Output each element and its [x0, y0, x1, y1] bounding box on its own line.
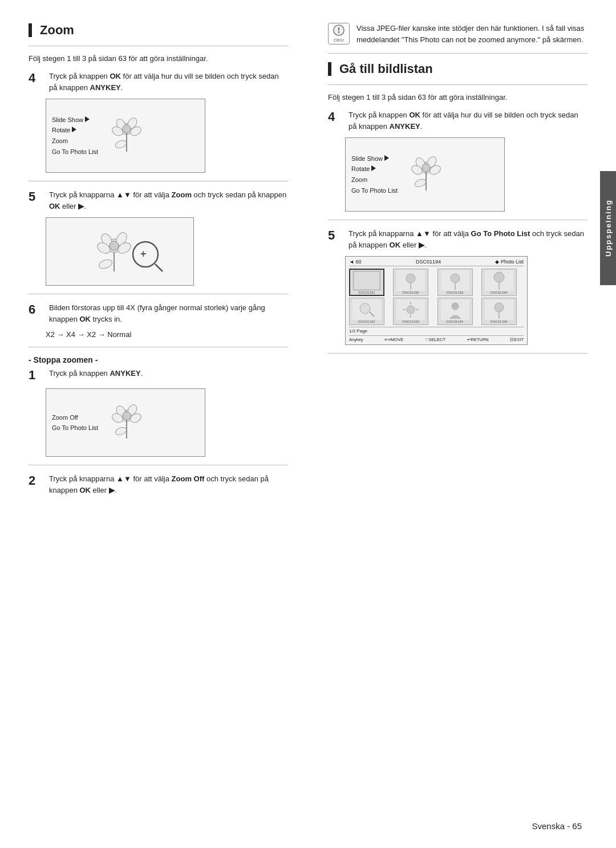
right-column: OBS! Vissa JPEG-filer kanske inte stödje… [322, 23, 587, 501]
sidebar-tab: Uppspelning [600, 171, 616, 285]
divider-r1 [328, 53, 587, 54]
svg-point-58 [495, 303, 504, 312]
svg-point-34 [414, 178, 427, 188]
svg-point-24 [123, 412, 131, 420]
svg-point-47 [360, 303, 370, 314]
step-4-left: 4 Tryck på knappen OK för att välja hur … [29, 71, 288, 93]
step-5-left: 5 Tryck på knapparna ▲▼ för att välja Zo… [29, 189, 288, 212]
step-5-text: Tryck på knapparna ▲▼ för att välja Zoom… [49, 189, 288, 212]
title-bar [29, 23, 32, 37]
photo-list-cam: DSC01194 [416, 259, 441, 265]
divider-1 [29, 46, 288, 46]
svg-point-56 [452, 303, 459, 310]
step-number-4-r: 4 [328, 109, 345, 124]
flower-image-stoppa [104, 400, 149, 445]
main-content: Zoom Följ stegen 1 till 3 på sidan 63 fö… [29, 23, 587, 501]
svg-point-26 [115, 426, 128, 436]
step-number-2-stoppa: 2 [29, 473, 46, 488]
stoppa-title: - Stoppa zoomen - [29, 355, 288, 364]
photo-list-nav-left: ◄ 60 [349, 259, 361, 265]
svg-point-38 [406, 274, 415, 283]
photo-thumb-7: DSC01194 [437, 298, 473, 325]
menu-item-zoom-1: Zoom [52, 136, 98, 147]
menu-list-2: Slide Show Rotate Zoom Go To Photo List [351, 153, 398, 196]
bildlistan-intro: Följ stegen 1 till 3 på sidan 63 för att… [328, 93, 587, 102]
svg-point-32 [422, 164, 430, 172]
zoom-title-text: Zoom [40, 23, 74, 38]
zoom-intro: Följ stegen 1 till 3 på sidan 63 för att… [29, 54, 288, 63]
control-return: ↩RETURN [467, 337, 489, 342]
note-box: OBS! Vissa JPEG-filer kanske inte stödje… [328, 23, 587, 45]
photo-grid: DSC01191 DSC01192 [349, 269, 524, 325]
step-2-stoppa-text: Tryck på knapparna ▲▼ för att välja Zoom… [49, 473, 288, 496]
menu-item-slideshow-1: Slide Show [52, 115, 98, 125]
svg-point-15 [98, 258, 113, 270]
photo-thumb-3: DSC01193 [437, 269, 473, 296]
footer-text: Svenska - 65 [532, 821, 582, 831]
divider-3 [29, 294, 288, 294]
svg-point-41 [451, 274, 460, 283]
title-bar-r [328, 62, 331, 76]
divider-r2 [328, 84, 587, 85]
divider-4 [29, 347, 288, 347]
menu-item-rotate-1: Rotate [52, 125, 98, 136]
photo-thumb-8: DSC01193 [481, 298, 517, 325]
step-number-4: 4 [29, 71, 46, 86]
obs-label: OBS! [333, 37, 344, 44]
menu-item-gotophoto-1: Go To Photo List [52, 147, 98, 157]
svg-point-50 [407, 306, 415, 314]
photo-thumb-6: DSC01193 [393, 298, 428, 325]
photo-thumb-5: DSC01192 [349, 298, 384, 325]
bildlistan-title-text: Gå till bildlistan [339, 62, 433, 76]
bildlistan-title: Gå till bildlistan [328, 62, 587, 76]
photo-thumb-4: DSC01194 [481, 269, 517, 296]
step-number-5: 5 [29, 189, 46, 204]
left-column: Zoom Följ stegen 1 till 3 på sidan 63 fö… [29, 23, 299, 501]
svg-line-17 [155, 264, 163, 271]
flower-image-1 [104, 113, 149, 159]
step-5-right-text: Tryck på knapparna ▲▼ för att välja Go T… [348, 228, 587, 250]
step-2-stoppa: 2 Tryck på knapparna ▲▼ för att välja Zo… [29, 473, 288, 496]
divider-r3 [328, 220, 587, 220]
svg-rect-36 [354, 271, 380, 290]
menu-list-1: Slide Show Rotate Zoom Go To Photo List [52, 115, 98, 157]
step-4-right-text: Tryck på knappen OK för att välja hur du… [348, 109, 587, 132]
step-6-text: Bilden förstoras upp till 4X (fyra gånge… [49, 302, 288, 324]
flower-image-2 [403, 152, 449, 197]
zoom-sequence: X2 → X4 → X2 → Normal [46, 330, 288, 339]
menu-item-zoom-2: Zoom [351, 175, 398, 185]
divider-5 [29, 465, 288, 465]
control-select: ☞SELECT [425, 337, 445, 342]
step-number-1-stoppa: 1 [29, 368, 46, 383]
step-number-6: 6 [29, 302, 46, 317]
step-4-text: Tryck på knappen OK för att välja hur du… [49, 71, 288, 93]
divider-r4 [328, 353, 587, 354]
photo-thumb-2: DSC01192 [393, 269, 428, 296]
obs-icon: OBS! [328, 23, 350, 44]
menu-item-zoomoff: Zoom Off [52, 412, 98, 423]
menu-item-gotophoto-2: Go To Photo List [351, 185, 398, 196]
screen-menu-2: Slide Show Rotate Zoom Go To Photo List [345, 137, 505, 212]
menu-item-gotophoto-stoppa: Go To Photo List [52, 423, 98, 433]
menu-item-rotate-2: Rotate [351, 164, 398, 175]
sidebar-label: Uppspelning [604, 200, 613, 257]
photo-list-title: ◆ Photo List [495, 259, 524, 265]
svg-text:+: + [140, 248, 147, 259]
menu-list-stoppa: Zoom Off Go To Photo List [52, 412, 98, 433]
step-4-right: 4 Tryck på knappen OK för att välja hur … [328, 109, 587, 132]
step-1-stoppa-text: Tryck på knappen ANYKEY. [49, 368, 143, 379]
page: Zoom Följ stegen 1 till 3 på sidan 63 fö… [0, 0, 616, 848]
photo-list-screen: ◄ 60 DSC01194 ◆ Photo List DSC01191 [345, 256, 528, 345]
step-1-stoppa: 1 Tryck på knappen ANYKEY. [29, 368, 288, 383]
divider-2 [29, 181, 288, 181]
photo-list-controls: Anykey ⟺MOVE ☞SELECT ↩RETURN ⊡EXIT [349, 335, 524, 342]
screen-zoom-flower: + [46, 217, 194, 286]
zoom-flower-svg: + [63, 223, 177, 280]
step-6-left: 6 Bilden förstoras upp till 4X (fyra gån… [29, 302, 288, 324]
zoom-title: Zoom [29, 23, 288, 38]
note-text: Vissa JPEG-filer kanske inte stödjer den… [356, 23, 587, 45]
menu-item-slideshow-2: Slide Show [351, 153, 398, 164]
photo-thumb-1: DSC01191 [349, 269, 384, 296]
control-move: ⟺MOVE [384, 337, 403, 342]
photo-list-footer: 1/2 Page [349, 327, 524, 334]
